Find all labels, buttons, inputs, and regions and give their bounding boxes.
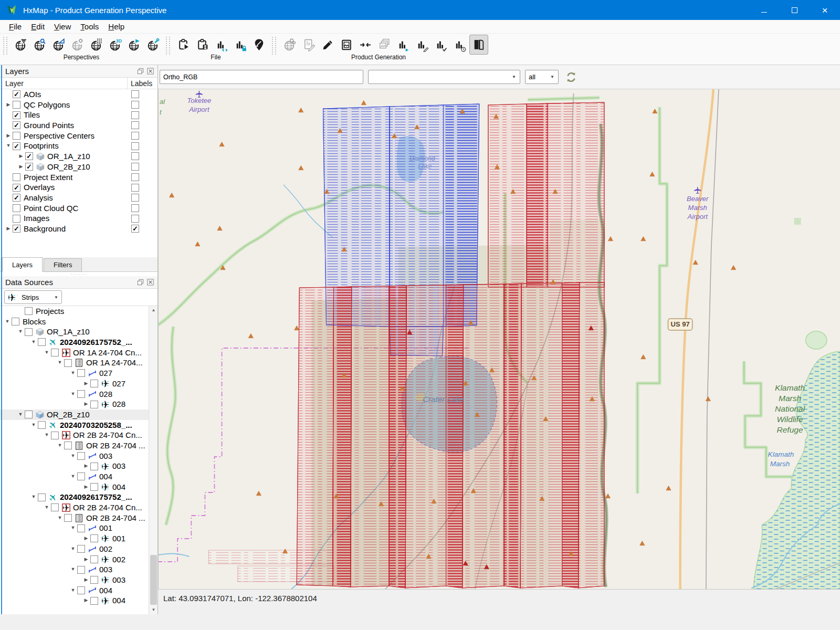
tree-row-point-cloud-qc[interactable]: Point Cloud QC <box>0 203 158 214</box>
maximize-button[interactable] <box>779 0 810 20</box>
expander-icon[interactable]: ▼ <box>69 451 77 461</box>
checkbox[interactable] <box>90 555 98 563</box>
globe-3d-button[interactable]: 3D <box>106 35 125 55</box>
tree-row-footprints[interactable]: ▼✓Footprints <box>0 141 158 151</box>
tree-row-028[interactable]: ▼028 <box>0 389 149 400</box>
expander-icon[interactable]: ▶ <box>82 379 90 389</box>
toolbar-grip[interactable] <box>166 37 170 55</box>
checkbox[interactable] <box>13 215 20 223</box>
toolbar-grip[interactable] <box>272 37 276 55</box>
globe-measure-button[interactable] <box>49 35 68 55</box>
globe-grid-button[interactable] <box>87 35 106 55</box>
tree-row-001[interactable]: ▼001 <box>0 523 149 533</box>
checkbox[interactable] <box>25 411 33 418</box>
menu-edit[interactable]: Edit <box>26 22 49 31</box>
panel-splitter[interactable]: ······ <box>0 272 158 276</box>
tree-row-analysis[interactable]: ✓Analysis <box>0 193 158 203</box>
checkbox[interactable]: ✓ <box>25 152 33 160</box>
expander-icon[interactable]: ▼ <box>69 368 77 379</box>
expander-icon[interactable]: ▶ <box>17 162 25 172</box>
tree-row-003[interactable]: ▼003 <box>0 564 149 575</box>
checkbox[interactable] <box>38 338 46 346</box>
minimize-button[interactable] <box>749 0 779 20</box>
labels-checkbox[interactable] <box>131 173 139 181</box>
labels-checkbox[interactable]: ✓ <box>131 225 139 233</box>
tree-row-004[interactable]: ▶004 <box>0 482 149 492</box>
labels-checkbox[interactable] <box>131 194 139 202</box>
scroll-down-icon[interactable]: ▼ <box>149 606 158 614</box>
expander-icon[interactable]: ▼ <box>43 430 51 440</box>
tree-row-or-2b-z10[interactable]: ▼OR_2B_z10 <box>0 410 149 420</box>
tree-row-027[interactable]: ▼027 <box>0 368 149 379</box>
tree-row-002[interactable]: ▼002 <box>0 544 149 554</box>
checkbox[interactable] <box>90 401 98 408</box>
checkbox[interactable]: ✓ <box>13 121 20 129</box>
menu-tools[interactable]: Tools <box>76 22 103 31</box>
checkbox[interactable] <box>90 534 98 542</box>
expander-icon[interactable]: ▶ <box>4 131 13 141</box>
checkbox[interactable] <box>77 586 85 594</box>
menu-help[interactable]: Help <box>103 22 129 31</box>
expander-icon[interactable]: ▶ <box>82 533 90 544</box>
checkbox[interactable] <box>90 483 98 491</box>
labels-checkbox[interactable] <box>131 142 139 150</box>
checkbox[interactable] <box>90 576 98 584</box>
tree-row-perspective-centers[interactable]: ▶Perspective Centers <box>0 131 158 141</box>
page-flip-button[interactable] <box>469 35 488 55</box>
map-canvas[interactable]: US 97 ToketeeAirportBeaverMarshAirportKl… <box>159 89 840 589</box>
menu-file[interactable]: File <box>4 22 26 31</box>
scrollbar-thumb[interactable] <box>150 555 157 605</box>
clipboard-save-button[interactable] <box>193 35 212 55</box>
tree-row-or-1a-24-704[interactable]: ▼OR 1A 24-704... <box>0 358 149 368</box>
checkbox[interactable]: ✓ <box>25 163 33 171</box>
checkbox[interactable] <box>77 524 85 532</box>
labels-checkbox[interactable] <box>131 90 139 98</box>
tree-row-003[interactable]: ▶003 <box>0 575 149 585</box>
expander-icon[interactable]: ▶ <box>82 575 90 585</box>
tree-row-004[interactable]: ▶004 <box>0 595 149 606</box>
expander-icon[interactable]: ▼ <box>16 327 25 337</box>
labels-checkbox[interactable] <box>131 101 139 109</box>
expander-icon[interactable]: ▶ <box>82 399 90 410</box>
checkbox[interactable] <box>51 503 59 511</box>
scope-combobox[interactable]: all ▼ <box>525 70 559 84</box>
checkbox[interactable] <box>90 463 98 470</box>
tree-row-004[interactable]: ▼004 <box>0 471 149 482</box>
checkbox[interactable] <box>38 494 46 501</box>
report-edit-button[interactable] <box>299 35 318 55</box>
checkbox[interactable] <box>51 432 59 439</box>
checkbox[interactable] <box>90 597 98 605</box>
checkbox[interactable]: ✓ <box>13 184 20 192</box>
tree-row-images[interactable]: Images <box>0 213 158 224</box>
expander-icon[interactable]: ▼ <box>16 410 25 420</box>
labels-checkbox[interactable] <box>131 215 139 223</box>
checkbox[interactable] <box>77 472 85 480</box>
globe-play-button[interactable] <box>125 35 144 55</box>
refresh-button[interactable] <box>563 69 579 85</box>
expander-icon[interactable]: ▼ <box>3 317 12 327</box>
checkbox[interactable] <box>25 307 33 315</box>
image-layers-button[interactable] <box>375 35 394 55</box>
expander-icon[interactable]: ▼ <box>69 585 77 596</box>
marker-pen-button[interactable] <box>318 35 337 55</box>
merge-arrows-button[interactable] <box>356 35 375 55</box>
globe-gears-button[interactable] <box>280 35 299 55</box>
tree-row-ground-points[interactable]: ✓Ground Points <box>0 120 158 131</box>
expander-icon[interactable]: ▼ <box>69 389 77 400</box>
title-bar[interactable]: HxMap - Product Generation Perspective × <box>0 0 840 20</box>
tree-row-blocks[interactable]: ▼Blocks <box>0 317 149 327</box>
scroll-up-icon[interactable]: ▲ <box>149 306 158 314</box>
tree-row-or-2b-24-704-cn[interactable]: ▼OR 2B 24-704 Cn... <box>0 502 149 513</box>
tree-row-qc-polygons[interactable]: ▶QC Polygons <box>0 100 158 110</box>
checkbox[interactable]: ✓ <box>13 194 20 202</box>
data-sources-float-icon[interactable] <box>136 279 144 286</box>
expander-icon[interactable]: ▶ <box>82 482 90 492</box>
chart-clock-button[interactable] <box>450 35 469 55</box>
checkbox[interactable] <box>77 452 85 460</box>
expander-icon[interactable]: ▼ <box>69 564 77 575</box>
checkbox[interactable] <box>77 566 85 574</box>
checkbox[interactable] <box>77 369 85 377</box>
expander-icon[interactable]: ▼ <box>69 523 77 533</box>
expander-icon[interactable]: ▼ <box>56 513 64 523</box>
expander-icon[interactable]: ▶ <box>17 151 25 162</box>
